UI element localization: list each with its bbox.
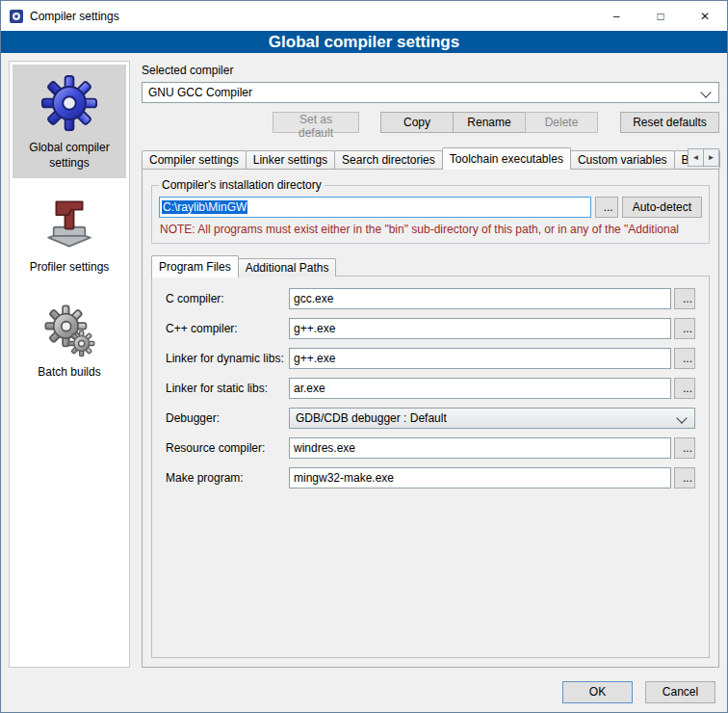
tab-strip: Compiler settings Linker settings Search… xyxy=(142,146,719,169)
maximize-button[interactable]: □ xyxy=(638,1,683,31)
resource-compiler-browse-button[interactable]: ... xyxy=(674,437,695,459)
compiler-settings-dialog: Compiler settings – □ ✕ Global compiler … xyxy=(0,0,728,713)
field-row-make-program: Make program: ... xyxy=(166,467,695,489)
selected-compiler-label: Selected compiler xyxy=(142,64,719,77)
field-label: C++ compiler: xyxy=(166,322,289,335)
field-label: C compiler: xyxy=(166,292,289,305)
c-compiler-input[interactable] xyxy=(289,288,671,309)
field-row-c-compiler: C compiler: ... xyxy=(166,288,695,309)
close-button[interactable]: ✕ xyxy=(683,1,727,31)
debugger-select[interactable]: GDB/CDB debugger : Default xyxy=(289,408,695,429)
field-row-debugger: Debugger: GDB/CDB debugger : Default xyxy=(166,408,695,429)
install-dir-browse-button[interactable]: ... xyxy=(595,197,618,218)
profiler-icon xyxy=(41,197,97,252)
compiler-actions: Set as default Copy Rename Delete Reset … xyxy=(142,112,719,133)
compiler-select[interactable]: GNU GCC Compiler xyxy=(142,82,719,103)
installation-directory-legend: Compiler's installation directory xyxy=(159,178,325,192)
cpp-compiler-input[interactable] xyxy=(289,318,671,339)
tab-scroll-left-button[interactable]: ◄ xyxy=(688,148,704,167)
static-linker-browse-button[interactable]: ... xyxy=(674,378,695,399)
app-icon xyxy=(9,9,24,24)
make-program-input[interactable] xyxy=(289,467,671,489)
tab-scroll-buttons: ◄ ► xyxy=(689,148,719,167)
sidebar-item-global-compiler-settings[interactable]: Global compiler settings xyxy=(13,65,126,178)
main-panel: Selected compiler GNU GCC Compiler Set a… xyxy=(142,61,719,668)
tab-scroll-right-button[interactable]: ► xyxy=(703,148,719,167)
compiler-select-value: GNU GCC Compiler xyxy=(148,86,252,99)
titlebar: Compiler settings – □ ✕ xyxy=(1,1,727,31)
install-dir-value: C:\raylib\MinGW xyxy=(162,200,247,214)
window-title: Compiler settings xyxy=(30,10,119,23)
tab-search-directories[interactable]: Search directories xyxy=(334,150,443,169)
field-row-static-linker: Linker for static libs: ... xyxy=(166,378,695,399)
tab-custom-variables[interactable]: Custom variables xyxy=(570,150,675,169)
field-label: Debugger: xyxy=(166,411,289,425)
static-linker-input[interactable] xyxy=(289,378,671,399)
tab-toolchain-executables[interactable]: Toolchain executables xyxy=(442,147,571,170)
tab-additional-paths[interactable]: Additional Paths xyxy=(238,258,337,277)
resource-compiler-input[interactable] xyxy=(289,437,671,459)
set-as-default-button[interactable]: Set as default xyxy=(273,112,359,133)
toolchain-executables-panel: Compiler's installation directory C:\ray… xyxy=(142,169,719,668)
field-row-dynamic-linker: Linker for dynamic libs: ... xyxy=(166,348,695,369)
cancel-button[interactable]: Cancel xyxy=(645,681,715,703)
sidebar-item-profiler-settings[interactable]: Profiler settings xyxy=(13,188,126,283)
gear-icon xyxy=(39,73,99,133)
installation-directory-group: Compiler's installation directory C:\ray… xyxy=(151,178,710,244)
field-row-resource-compiler: Resource compiler: ... xyxy=(166,437,695,459)
page-title: Global compiler settings xyxy=(1,31,727,53)
dynamic-linker-input[interactable] xyxy=(289,348,671,369)
cpp-compiler-browse-button[interactable]: ... xyxy=(674,318,695,339)
caption-buttons: – □ ✕ xyxy=(594,1,727,31)
debugger-select-value: GDB/CDB debugger : Default xyxy=(296,411,447,425)
make-program-browse-button[interactable]: ... xyxy=(674,467,695,489)
auto-detect-button[interactable]: Auto-detect xyxy=(622,197,702,218)
c-compiler-browse-button[interactable]: ... xyxy=(674,288,695,309)
tab-program-files[interactable]: Program Files xyxy=(151,255,239,277)
sidebar-item-label: Profiler settings xyxy=(30,260,110,276)
field-label: Make program: xyxy=(166,471,289,485)
copy-button[interactable]: Copy xyxy=(380,112,454,133)
dynamic-linker-browse-button[interactable]: ... xyxy=(674,348,695,369)
field-row-cpp-compiler: C++ compiler: ... xyxy=(166,318,695,339)
sidebar-item-label: Batch builds xyxy=(38,365,100,381)
dialog-body: Global compiler settings xyxy=(1,53,727,672)
rename-button[interactable]: Rename xyxy=(453,112,526,133)
field-label: Resource compiler: xyxy=(166,441,289,455)
tab-linker-settings[interactable]: Linker settings xyxy=(246,150,335,169)
sidebar: Global compiler settings xyxy=(9,61,130,668)
ok-button[interactable]: OK xyxy=(562,681,633,703)
bin-subdirectory-note: NOTE: All programs must exist either in … xyxy=(160,223,701,236)
program-files-panel: C compiler: ... C++ compiler: ... xyxy=(151,276,710,658)
field-label: Linker for dynamic libs: xyxy=(166,352,289,365)
tab-compiler-settings[interactable]: Compiler settings xyxy=(142,150,247,169)
minimize-button[interactable]: – xyxy=(594,1,638,31)
chevron-down-icon xyxy=(700,87,711,97)
batch-builds-icon xyxy=(41,302,97,357)
install-dir-input[interactable]: C:\raylib\MinGW xyxy=(159,197,591,218)
chevron-down-icon xyxy=(676,412,687,423)
sidebar-item-batch-builds[interactable]: Batch builds xyxy=(13,293,126,388)
reset-defaults-button[interactable]: Reset defaults xyxy=(620,112,719,133)
delete-button[interactable]: Delete xyxy=(525,112,598,133)
installation-directory-row: C:\raylib\MinGW ... Auto-detect xyxy=(159,197,702,218)
sidebar-item-label: Global compiler settings xyxy=(14,141,124,171)
field-label: Linker for static libs: xyxy=(166,382,289,395)
dialog-footer: OK Cancel xyxy=(1,672,727,712)
sub-tab-strip: Program Files Additional Paths xyxy=(151,254,710,277)
